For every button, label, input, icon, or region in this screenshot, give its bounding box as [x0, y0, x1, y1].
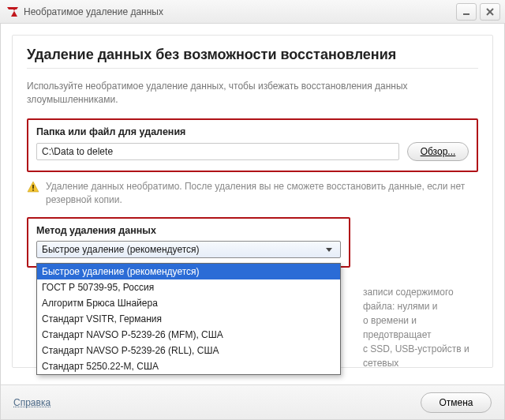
chevron-down-icon	[323, 243, 335, 256]
desc-frag: записи содержимого файла: нулями и	[363, 285, 475, 313]
warning-icon	[27, 181, 39, 193]
window-title: Необратимое удаление данных	[24, 6, 453, 17]
intro-text: Используйте необратимое удаление данных,…	[27, 80, 478, 107]
app-logo-icon	[6, 6, 19, 18]
method-description-clipped: записи содержимого файла: нулями и о вре…	[363, 285, 475, 370]
svg-marker-0	[7, 7, 18, 17]
minimize-button[interactable]	[456, 3, 477, 21]
svg-rect-6	[32, 189, 34, 191]
method-option[interactable]: Быстрое удаление (рекомендуется)	[37, 264, 340, 279]
method-option[interactable]: Стандарт VSITR, Германия	[37, 311, 340, 327]
svg-rect-5	[32, 185, 34, 189]
titlebar: Необратимое удаление данных	[0, 0, 505, 24]
cancel-button[interactable]: Отмена	[421, 392, 492, 413]
method-select-value: Быстрое удаление (рекомендуется)	[42, 244, 200, 255]
main-panel: Удаление данных без возможности восстано…	[12, 35, 493, 368]
method-select[interactable]: Быстрое удаление (рекомендуется)	[36, 241, 341, 258]
divider	[27, 68, 478, 69]
path-group: Папка или файл для удаления Обзор...	[27, 118, 478, 172]
browse-button[interactable]: Обзор...	[407, 142, 469, 161]
desc-frag: с SSD, USB-устройств и сетевых	[363, 342, 475, 370]
method-option[interactable]: Стандарт NAVSO P-5239-26 (MFM), США	[37, 327, 340, 343]
method-dropdown[interactable]: Быстрое удаление (рекомендуется)ГОСТ Р 5…	[36, 263, 341, 375]
method-option[interactable]: ГОСТ Р 50739-95, Россия	[37, 279, 340, 295]
svg-rect-1	[463, 13, 469, 15]
close-button[interactable]	[480, 3, 500, 21]
desc-frag: о времени и предотвращает	[363, 313, 475, 342]
help-link[interactable]: Справка	[13, 397, 50, 408]
footer: Справка Отмена	[1, 384, 504, 419]
path-input[interactable]	[36, 143, 399, 160]
warning-text: Удаление данных необратимо. После удален…	[46, 180, 478, 207]
warning-row: Удаление данных необратимо. После удален…	[27, 180, 478, 207]
method-group: Метод удаления данных Быстрое удаление (…	[27, 217, 350, 268]
method-option[interactable]: Стандарт NAVSO P-5239-26 (RLL), США	[37, 343, 340, 358]
method-option[interactable]: Стандарт 5250.22-M, США	[37, 358, 340, 374]
path-group-label: Папка или файл для удаления	[36, 126, 469, 137]
page-title: Удаление данных без возможности восстано…	[27, 47, 478, 63]
method-option[interactable]: Алгоритм Брюса Шнайера	[37, 295, 340, 311]
svg-marker-7	[326, 248, 332, 252]
method-group-label: Метод удаления данных	[36, 225, 341, 236]
